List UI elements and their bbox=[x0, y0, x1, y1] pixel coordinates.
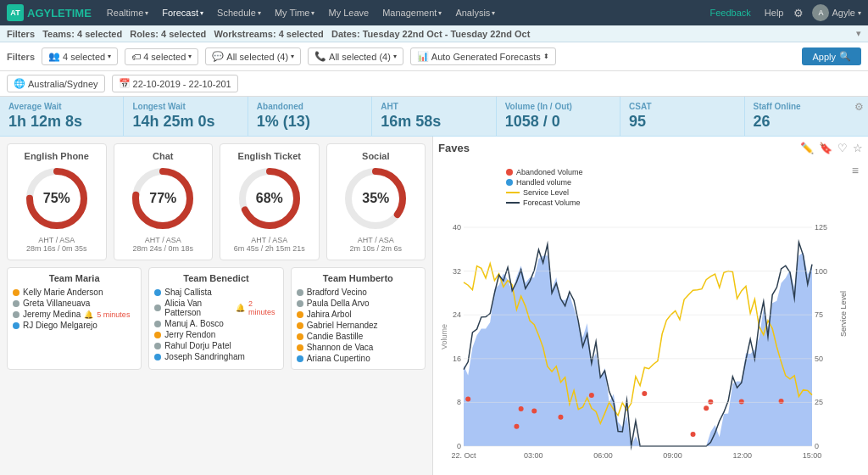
member-dot-1-4 bbox=[154, 343, 161, 349]
forecast-icon: 📊 bbox=[417, 51, 429, 62]
gauge-sub2-3: 2m 10s / 2m 6s bbox=[334, 244, 419, 253]
member-dot-2-0 bbox=[297, 289, 303, 296]
teams-row: Team Maria Kelly Marie Anderson Greta Vi… bbox=[7, 267, 426, 370]
nav-feedback[interactable]: Feedback bbox=[710, 8, 751, 18]
filter-summary-bar: Filters Teams: 4 selected Roles: 4 selec… bbox=[0, 25, 868, 42]
logo-icon: AT bbox=[7, 4, 24, 21]
alert-icon-0-2: 🔔 bbox=[84, 310, 93, 319]
gauge-sub1-0: AHT / ASA bbox=[14, 236, 99, 244]
roles-dropdown[interactable]: 🏷 4 selected ▾ bbox=[125, 48, 198, 65]
nav-help[interactable]: Help bbox=[765, 8, 784, 18]
legend-dot-1 bbox=[506, 179, 513, 186]
gauge-card-2: English Ticket 68% AHT / ASA 6m 45s / 2h… bbox=[220, 143, 320, 260]
team-member-1-2: Manuj A. Bosco bbox=[154, 318, 277, 329]
filter-expand-icon[interactable]: ▾ bbox=[856, 28, 861, 39]
apply-label: Apply bbox=[812, 52, 836, 62]
team-title-2: Team Humberto bbox=[297, 273, 420, 283]
roles-icon: 🏷 bbox=[131, 52, 141, 62]
left-panel: English Phone 75% AHT / ASA 28m 16s / 0m… bbox=[0, 137, 432, 475]
settings-gear-icon[interactable]: ⚙ bbox=[793, 7, 804, 20]
legend-label-1: Handled volume bbox=[516, 178, 571, 187]
legend-label-2: Service Level bbox=[523, 188, 569, 197]
member-dot-2-2 bbox=[297, 311, 303, 318]
dates-value: Tuesday 22nd Oct - Tuesday 22nd Oct bbox=[363, 29, 531, 39]
member-name-1-3: Jerry Rendon bbox=[164, 330, 215, 339]
bookmark-icon[interactable]: 🔖 bbox=[819, 142, 832, 154]
stat-value-3: 16m 58s bbox=[381, 113, 487, 131]
gauge-card-3: Social 35% AHT / ASA 2m 10s / 2m 6s bbox=[326, 143, 426, 260]
nav-analysis[interactable]: Analysis ▾ bbox=[450, 6, 500, 20]
workstreams-icon: 💬 bbox=[212, 51, 224, 62]
stat-value-1: 14h 25m 0s bbox=[132, 113, 238, 131]
stat-label-3: AHT bbox=[381, 102, 487, 111]
alert-text-1-1: 2 minutes bbox=[248, 299, 278, 316]
filter-summary-text: Filters Teams: 4 selected Roles: 4 selec… bbox=[7, 29, 530, 39]
nav-my-time[interactable]: My Time ▾ bbox=[270, 6, 320, 20]
teams-icon: 👥 bbox=[48, 51, 60, 62]
workstreams-dropdown[interactable]: 💬 All selected (4) ▾ bbox=[205, 48, 301, 65]
faves-action-icons: ✏️ 🔖 ♡ ☆ bbox=[800, 142, 863, 154]
calls-dropdown-value: All selected (4) bbox=[329, 52, 391, 62]
workstreams-dropdown-value: All selected (4) bbox=[226, 52, 288, 62]
calls-dropdown[interactable]: 📞 All selected (4) ▾ bbox=[308, 48, 403, 65]
gauge-card-0: English Phone 75% AHT / ASA 28m 16s / 0m… bbox=[7, 143, 107, 260]
date-range-dropdown[interactable]: 📅 22-10-2019 - 22-10-201 bbox=[112, 75, 238, 92]
gauge-percent-2: 68% bbox=[256, 191, 283, 206]
gauge-circle-0: 75% bbox=[23, 165, 91, 232]
team-member-2-1: Paula Della Arvo bbox=[297, 298, 420, 309]
legend-line-2 bbox=[506, 192, 520, 193]
star-icon[interactable]: ☆ bbox=[853, 142, 863, 154]
apply-button[interactable]: Apply 🔍 bbox=[802, 48, 861, 65]
gauge-sub2-2: 6m 45s / 2h 15m 21s bbox=[227, 244, 312, 253]
stat-label-0: Average Wait bbox=[8, 102, 114, 111]
filters-section-label: Filters bbox=[7, 52, 35, 62]
teams-label: Teams: bbox=[42, 29, 75, 39]
team-member-2-4: Candie Bastille bbox=[297, 331, 420, 342]
member-dot-0-2 bbox=[13, 311, 19, 318]
gauge-circle-2: 68% bbox=[236, 165, 303, 232]
member-name-0-2: Jeremy Medina bbox=[23, 310, 81, 319]
teams-value: 4 selected bbox=[77, 29, 122, 39]
stat-label-4: Volume (In / Out) bbox=[505, 102, 611, 111]
gauge-sub1-3: AHT / ASA bbox=[334, 236, 419, 244]
legend-dot-0 bbox=[506, 169, 513, 176]
nav-management[interactable]: Management ▾ bbox=[377, 6, 447, 20]
timezone-dropdown[interactable]: 🌐 Australia/Sydney bbox=[7, 75, 105, 92]
forecast-chevron-icon: ⬍ bbox=[543, 53, 549, 60]
team-table-1: Team Benedict Shaj Callista Alicia Van P… bbox=[148, 267, 283, 370]
globe-icon: 🌐 bbox=[14, 78, 25, 89]
teams-dropdown-value: 4 selected bbox=[63, 52, 105, 62]
nav-my-leave[interactable]: My Leave bbox=[323, 6, 374, 20]
legend-item-3: Forecast Volume bbox=[506, 198, 583, 207]
member-name-2-6: Ariana Cupertino bbox=[307, 354, 370, 363]
nav-forecast[interactable]: Forecast ▾ bbox=[157, 6, 209, 20]
member-name-2-5: Shannon de Vaca bbox=[307, 343, 374, 352]
member-dot-2-4 bbox=[297, 333, 303, 340]
edit-icon[interactable]: ✏️ bbox=[800, 142, 814, 154]
nav-user[interactable]: A Agyle ▾ bbox=[812, 4, 861, 21]
stat-gear-icon[interactable]: ⚙ bbox=[854, 101, 864, 113]
nav-realtime[interactable]: Realtime ▾ bbox=[102, 6, 153, 20]
member-name-1-0: Shaj Callista bbox=[164, 288, 212, 297]
team-member-0-2: Jeremy Medina 🔔5 minutes bbox=[13, 309, 136, 320]
nav-schedule[interactable]: Schedule ▾ bbox=[212, 6, 266, 20]
member-name-1-5: Joseph Sandringham bbox=[164, 352, 245, 361]
team-table-0: Team Maria Kelly Marie Anderson Greta Vi… bbox=[7, 267, 142, 370]
stat-value-5: 95 bbox=[629, 113, 735, 131]
team-member-2-0: Bradford Vecino bbox=[297, 287, 420, 298]
faves-title: Faves bbox=[438, 142, 470, 154]
chart-container: ≡ Abandoned VolumeHandled volumeService … bbox=[438, 159, 863, 475]
dates-label: Dates: bbox=[331, 29, 360, 39]
stat-value-4: 1058 / 0 bbox=[505, 113, 611, 131]
heart-icon[interactable]: ♡ bbox=[837, 142, 848, 154]
gauge-percent-1: 77% bbox=[149, 191, 176, 206]
legend-item-0: Abandoned Volume bbox=[506, 168, 583, 176]
forecast-type-value: Auto Generated Forecasts bbox=[431, 52, 541, 62]
chart-menu-icon[interactable]: ≡ bbox=[852, 164, 859, 177]
legend-line-3 bbox=[506, 202, 520, 204]
member-dot-2-5 bbox=[297, 344, 303, 351]
forecast-type-dropdown[interactable]: 📊 Auto Generated Forecasts ⬍ bbox=[410, 48, 556, 65]
user-chevron-icon: ▾ bbox=[858, 9, 861, 17]
team-member-1-0: Shaj Callista bbox=[154, 287, 277, 298]
teams-dropdown[interactable]: 👥 4 selected ▾ bbox=[42, 48, 118, 65]
